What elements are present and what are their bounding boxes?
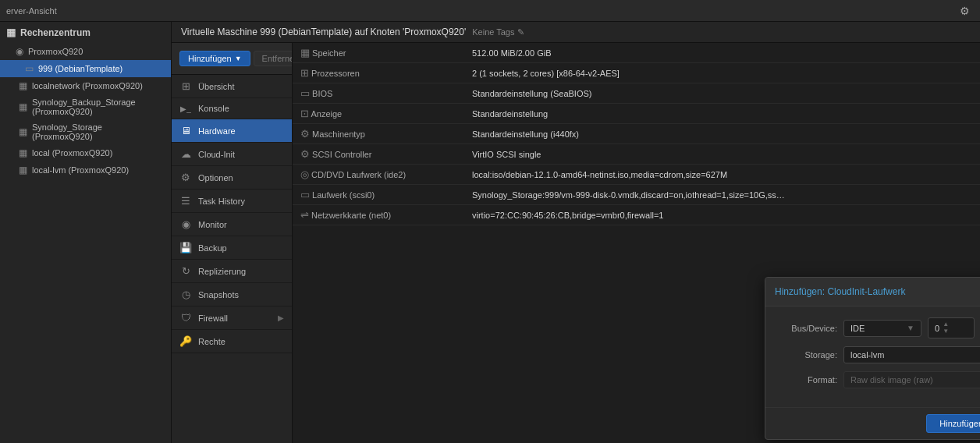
spinner-up-icon[interactable]: ▲	[943, 321, 949, 328]
device-num-field[interactable]: 0 ▲ ▼	[928, 317, 975, 338]
netzwerk-label: Netzwerkkarte (net0)	[311, 211, 391, 220]
storage-select[interactable]: local-lvm ▼	[843, 346, 980, 363]
sidebar-node-label: ProxmoxQ920	[28, 47, 83, 56]
sidebar-node-proxmox[interactable]: ◉ ProxmoxQ920	[0, 43, 171, 60]
uebersicht-icon: ⊞	[179, 80, 192, 92]
nav-label-uebersicht: Übersicht	[198, 82, 234, 91]
bus-dropdown-arrow: ▼	[907, 324, 914, 332]
bios-icon: ▭	[300, 87, 310, 99]
vm-title-bar: Virtuelle Maschine 999 (DebianTemplate) …	[172, 22, 980, 43]
sidebar-item-local-label: local (ProxmoxQ920)	[32, 148, 112, 158]
nav-label-backup: Backup	[198, 243, 227, 253]
pencil-icon: ✎	[517, 27, 524, 37]
bus-device-row: Bus/Device: IDE ▼ 0 ▲ ▼	[775, 317, 980, 338]
nav-item-uebersicht[interactable]: ⊞ Übersicht	[172, 75, 292, 98]
storage-icon-3: ▦	[19, 126, 27, 137]
nav-item-monitor[interactable]: ◉ Monitor	[172, 213, 292, 236]
speicher-icon: ▦	[300, 47, 310, 58]
cdrom-label: CD/DVD Laufwerk (ide2)	[311, 170, 406, 179]
table-row[interactable]: ⇌ Netzwerkkarte (net0) virtio=72:CC:90:4…	[293, 205, 980, 225]
format-row: Format: Raw disk image (raw) ▼	[775, 371, 980, 388]
sidebar-section-label: Rechenzentrum	[20, 27, 91, 38]
nav-item-konsole[interactable]: ▶_ Konsole	[172, 98, 292, 119]
nav-label-monitor: Monitor	[198, 220, 227, 229]
table-row[interactable]: ⚙ SCSI Controller VirtIO SCSI single	[293, 144, 980, 165]
no-tags-label[interactable]: Keine Tags ✎	[472, 27, 524, 37]
table-row[interactable]: ⚙ Maschinentyp Standardeinstellung (i440…	[293, 124, 980, 144]
nav-label-konsole: Konsole	[198, 104, 229, 113]
nav-item-replizierung[interactable]: ↻ Replizierung	[172, 260, 292, 283]
table-row[interactable]: ⊡ Anzeige Standardeinstellung	[293, 104, 980, 124]
table-row[interactable]: ▦ Speicher 512.00 MiB/2.00 GiB	[293, 43, 980, 63]
sidebar-item-vm-999[interactable]: ▭ 999 (DebianTemplate)	[0, 60, 171, 77]
sidebar-item-localnetwork-label: localnetwork (ProxmoxQ920)	[32, 81, 143, 90]
sidebar-item-local[interactable]: ▦ local (ProxmoxQ920)	[0, 144, 171, 161]
bus-select[interactable]: IDE ▼	[843, 320, 921, 337]
replizierung-icon: ↻	[179, 265, 192, 277]
nav-item-rechte[interactable]: 🔑 Rechte	[172, 330, 292, 353]
sidebar-item-synology-storage-label: Synology_Storage (ProxmoxQ920)	[32, 122, 165, 141]
entfernen-button[interactable]: Entfernen	[254, 51, 293, 66]
cloud-init-icon: ☁	[179, 148, 192, 160]
sidebar-item-local-lvm-label: local-lvm (ProxmoxQ920)	[32, 165, 129, 175]
sidebar-item-local-lvm[interactable]: ▦ local-lvm (ProxmoxQ920)	[0, 161, 171, 179]
maschinentyp-label: Maschinentyp	[312, 129, 365, 139]
storage-label: Storage:	[775, 350, 837, 360]
nav-item-hardware[interactable]: 🖥 Hardware	[172, 119, 292, 143]
top-bar: erver-Ansicht ⚙	[0, 0, 980, 22]
nav-item-optionen[interactable]: ⚙ Optionen	[172, 166, 292, 190]
format-label: Format:	[775, 375, 837, 385]
scsi-value: VirtIO SCSI single	[464, 144, 980, 165]
nav-panel: Hinzufügen ▼ Entfernen Bearbeiten Disk-A…	[172, 43, 293, 443]
storage-row: Storage: local-lvm ▼	[775, 346, 980, 363]
gear-icon[interactable]: ⚙	[955, 2, 974, 20]
cdrom-icon: ◎	[300, 168, 309, 180]
anzeige-icon: ⊡	[300, 108, 309, 119]
dialog-add-button[interactable]: Hinzufügen	[926, 414, 980, 433]
sidebar-section-rechenzentrum[interactable]: ▦ Rechenzentrum	[0, 22, 171, 43]
nav-item-backup[interactable]: 💾 Backup	[172, 236, 292, 260]
table-row[interactable]: ◎ CD/DVD Laufwerk (ide2) local:iso/debia…	[293, 165, 980, 185]
nav-label-task-history: Task History	[198, 197, 245, 206]
sidebar-item-vm-label: 999 (DebianTemplate)	[38, 64, 123, 73]
scsi-label: SCSI Controller	[312, 150, 371, 159]
storage-icon-5: ▦	[19, 165, 27, 175]
sidebar-item-synology-storage[interactable]: ▦ Synology_Storage (ProxmoxQ920)	[0, 119, 171, 144]
nav-item-snapshots[interactable]: ◷ Snapshots	[172, 283, 292, 307]
sidebar-item-synology-backup-label: Synology_Backup_Storage (ProxmoxQ920)	[32, 97, 165, 116]
hw-table: ▦ Speicher 512.00 MiB/2.00 GiB ⊞ Prozess…	[293, 43, 980, 225]
nav-item-task-history[interactable]: ☰ Task History	[172, 190, 292, 213]
table-row[interactable]: ▭ Laufwerk (scsi0) Synology_Storage:999/…	[293, 185, 980, 205]
storage-icon-1: ▦	[19, 80, 27, 91]
sidebar-item-synology-backup[interactable]: ▦ Synology_Backup_Storage (ProxmoxQ920)	[0, 94, 171, 119]
table-row[interactable]: ▭ BIOS Standardeinstellung (SeaBIOS)	[293, 83, 980, 104]
storage-icon-4: ▦	[19, 147, 27, 158]
content-area: Virtuelle Maschine 999 (DebianTemplate) …	[172, 22, 980, 443]
firewall-arrow-icon: ▶	[278, 314, 284, 322]
spinner-down-icon[interactable]: ▼	[943, 328, 949, 335]
task-history-icon: ☰	[179, 195, 192, 207]
scsi-icon: ⚙	[300, 148, 310, 160]
device-num-value: 0	[935, 324, 939, 333]
cloudinit-dialog: Hinzufügen: CloudInit-Laufwerk ✕ Bus/Dev…	[765, 277, 980, 440]
rechte-icon: 🔑	[179, 335, 192, 347]
datacenter-icon: ▦	[6, 27, 16, 38]
hardware-icon: 🖥	[179, 125, 192, 136]
format-select: Raw disk image (raw) ▼	[843, 371, 980, 388]
nav-item-cloud-init[interactable]: ☁ Cloud-Init	[172, 143, 292, 166]
dialog-body: Bus/Device: IDE ▼ 0 ▲ ▼	[765, 307, 980, 407]
device-spinner[interactable]: ▲ ▼	[943, 321, 949, 335]
laufwerk-value: Synology_Storage:999/vm-999-disk-0.vmdk,…	[464, 185, 980, 205]
storage-value: local-lvm	[850, 350, 884, 360]
dialog-footer: Hinzufügen	[765, 407, 980, 439]
snapshots-icon: ◷	[179, 289, 192, 300]
hinzufuegen-arrow: ▼	[235, 55, 242, 62]
nav-label-optionen: Optionen	[198, 173, 233, 183]
nav-label-rechte: Rechte	[198, 337, 225, 346]
table-row[interactable]: ⊞ Prozessoren 2 (1 sockets, 2 cores) [x8…	[293, 63, 980, 83]
sidebar-item-localnetwork[interactable]: ▦ localnetwork (ProxmoxQ920)	[0, 77, 171, 94]
anzeige-label: Anzeige	[311, 109, 342, 119]
nav-item-firewall[interactable]: 🛡 Firewall ▶	[172, 307, 292, 330]
dialog-title: Hinzufügen: CloudInit-Laufwerk	[775, 286, 905, 297]
hinzufuegen-button[interactable]: Hinzufügen ▼	[179, 51, 250, 66]
